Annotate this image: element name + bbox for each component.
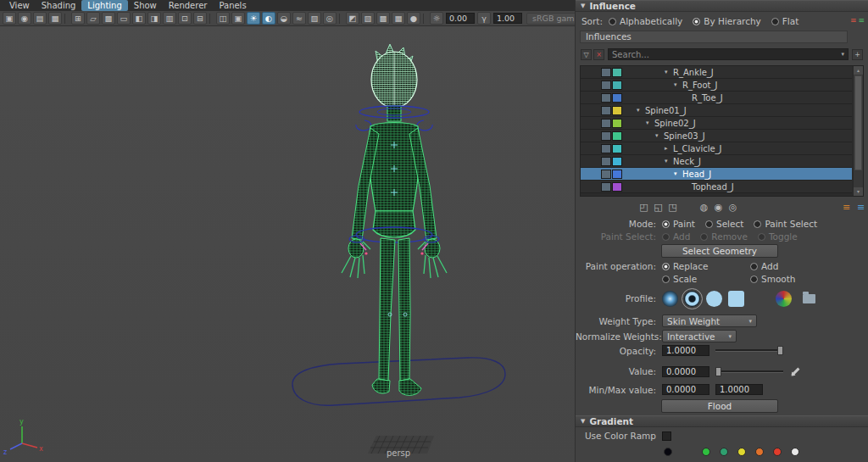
sort-radio-option[interactable]: By Hierarchy	[693, 16, 761, 26]
color-sphere-icon[interactable]	[776, 291, 792, 307]
scrollbar[interactable]: ▴ ▾	[853, 66, 863, 196]
image-plane-icon[interactable]: ▦	[48, 12, 62, 25]
isolate-select-icon[interactable]: ◩	[346, 12, 359, 25]
joint-color-swatch[interactable]	[612, 68, 622, 77]
grid-icon[interactable]: ▩	[102, 12, 115, 25]
soft-brush-icon[interactable]	[662, 291, 678, 307]
joint-color-swatch[interactable]	[612, 106, 622, 115]
menu-item[interactable]: Show	[128, 0, 163, 11]
expand-triangle-icon[interactable]: ▾	[646, 120, 652, 126]
joint-pin-cell[interactable]	[601, 81, 611, 90]
save-filter-icon[interactable]: +	[852, 49, 863, 60]
joint-color-swatch[interactable]	[612, 81, 622, 90]
select-camera-icon[interactable]: ▣	[3, 12, 16, 25]
search-input[interactable]	[612, 50, 841, 59]
textured-icon[interactable]: ▦	[392, 12, 405, 25]
expand-triangle-icon[interactable]: ▾	[655, 132, 661, 139]
joint-color-swatch[interactable]	[612, 144, 622, 153]
select-geometry-button[interactable]: Select Geometry	[661, 244, 778, 258]
viewport-3d[interactable]: y x z persp	[0, 26, 575, 462]
bookmarks-icon[interactable]: ▤	[33, 12, 47, 25]
browse-folder-icon[interactable]	[803, 294, 815, 303]
ramp-color-stop[interactable]	[664, 448, 672, 456]
normalize-weights-dropdown[interactable]: Interactive ▾	[662, 330, 737, 342]
joint-color-swatch[interactable]	[612, 157, 622, 166]
filter-icon[interactable]: ▽	[581, 49, 592, 60]
sort-radio-option[interactable]: Alphabetically	[609, 16, 682, 26]
frame-all-icon[interactable]: ◫	[216, 12, 230, 25]
square-brush-icon[interactable]	[728, 291, 744, 307]
flood-button[interactable]: Flood	[661, 399, 778, 413]
scroll-down-icon[interactable]: ▾	[854, 187, 863, 196]
resolution-gate-icon[interactable]: ◧	[132, 12, 146, 25]
sort-view-icon-a[interactable]: ≡	[850, 15, 857, 25]
invert-selection-icon[interactable]: ◎	[726, 202, 740, 213]
expand-triangle-icon[interactable]: ▾	[637, 107, 643, 114]
gradient-section-header[interactable]: ▼ Gradient	[576, 415, 868, 427]
wireframe-on-shaded-icon[interactable]: ▩	[376, 12, 390, 25]
opacity-field[interactable]: 1.0000	[662, 345, 709, 356]
gamma-toggle-icon[interactable]: γ	[477, 12, 491, 25]
separator[interactable]	[64, 14, 69, 24]
max-value-field[interactable]: 1.0000	[715, 384, 763, 395]
grease-pencil-icon[interactable]: ▱	[86, 12, 100, 25]
exposure-toggle-icon[interactable]: ☼	[430, 12, 443, 25]
joint-row[interactable]: ▾ Head_J	[581, 168, 852, 181]
opacity-slider[interactable]	[715, 345, 783, 356]
joint-row[interactable]: ▸ L_Clavicle_J	[581, 142, 852, 155]
joint-pin-cell[interactable]	[601, 131, 611, 141]
hard-ring-brush-icon[interactable]	[684, 291, 700, 307]
joint-row[interactable]: ▾ R_Foot_J	[581, 79, 852, 92]
menu-item[interactable]: Panels	[213, 0, 252, 11]
eyedropper-icon[interactable]	[790, 365, 802, 377]
joint-color-swatch[interactable]	[612, 93, 622, 103]
menu-item[interactable]: Lighting	[81, 0, 127, 11]
menu-item[interactable]: Shading	[36, 0, 82, 11]
solid-brush-icon[interactable]	[706, 291, 722, 307]
ramp-color-stop[interactable]	[737, 448, 746, 456]
exposure-field[interactable]: 0.00	[446, 13, 475, 24]
depth-of-field-icon[interactable]: ◎	[323, 12, 337, 25]
value-slider[interactable]	[715, 366, 783, 377]
safe-title-icon[interactable]: ⊟	[193, 12, 207, 25]
lighting-icon[interactable]: ☀	[247, 12, 260, 25]
frame-selection-icon[interactable]: ▣	[231, 12, 245, 25]
paint-operation-radio[interactable]: Scale	[662, 274, 750, 284]
field-chart-icon[interactable]: ▥	[163, 12, 176, 25]
joint-pin-cell[interactable]	[601, 93, 611, 103]
influences-tab[interactable]: Influences	[580, 31, 848, 43]
xray-icon[interactable]: ▧	[361, 12, 375, 25]
default-material-icon[interactable]: ●	[407, 12, 420, 25]
paint-operation-radio[interactable]: Replace	[662, 261, 750, 271]
slider-handle[interactable]	[777, 346, 783, 355]
index-sort-icon[interactable]: ≡	[854, 202, 868, 213]
mode-radio-option[interactable]: Select	[705, 219, 743, 229]
weight-type-dropdown[interactable]: Skin Weight ▾	[662, 314, 757, 327]
expand-triangle-icon[interactable]: ▾	[665, 158, 670, 164]
joint-color-swatch[interactable]	[612, 182, 622, 192]
joint-pin-cell[interactable]	[601, 157, 611, 166]
gamma-field[interactable]: 1.00	[493, 13, 522, 24]
ramp-color-stop[interactable]	[702, 448, 710, 456]
mode-radio-option[interactable]: Paint	[662, 219, 695, 229]
use-color-ramp-checkbox[interactable]	[662, 431, 671, 441]
influence-section-header[interactable]: ▼ Influence	[576, 0, 868, 12]
chevron-down-icon[interactable]: ▾	[841, 51, 844, 58]
joint-color-swatch[interactable]	[612, 119, 622, 128]
joint-row[interactable]: ▾ Spine03_J	[581, 130, 852, 142]
scroll-up-icon[interactable]: ▴	[854, 66, 863, 75]
slider-handle[interactable]	[715, 367, 721, 376]
joint-row[interactable]: R_Toe_J	[581, 92, 852, 104]
joint-row[interactable]: ▾ Neck_J	[581, 155, 852, 168]
expand-triangle-icon[interactable]: ▸	[665, 145, 670, 152]
search-input-wrap[interactable]: ▾	[608, 48, 849, 60]
toggle-color-feedback-icon[interactable]: ◉	[711, 202, 726, 213]
menu-item[interactable]: View	[3, 0, 36, 11]
ramp-sort-icon[interactable]: ≡	[839, 202, 854, 213]
ramp-color-stop[interactable]	[720, 448, 728, 456]
clear-search-icon[interactable]: ×	[593, 49, 604, 60]
weight-hammer-icon[interactable]: ◳	[665, 202, 680, 213]
pan-zoom-2d-icon[interactable]: ⊞	[71, 12, 85, 25]
copy-weights-icon[interactable]: ◰	[637, 202, 651, 213]
joint-row[interactable]: ▾ Spine01_J	[581, 104, 852, 117]
